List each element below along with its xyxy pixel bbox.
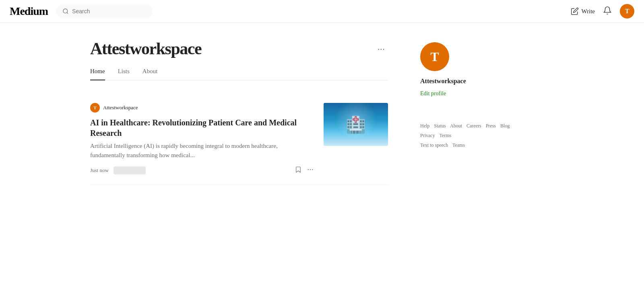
- article-image-inner: [324, 103, 388, 146]
- profile-options-button[interactable]: ···: [374, 42, 388, 56]
- footer-links: Help Status About Careers Press Blog Pri…: [420, 121, 525, 150]
- svg-point-0: [63, 9, 68, 13]
- article-title[interactable]: AI in Healthcare: Revolutionizing Patien…: [90, 117, 314, 138]
- article-meta-row: Just now: [90, 166, 314, 175]
- footer-link-about[interactable]: About: [450, 123, 462, 129]
- footer-link-help[interactable]: Help: [420, 123, 429, 129]
- article-excerpt: Artificial Intelligence (AI) is rapidly …: [90, 141, 314, 160]
- footer-row-1: Help Status About Careers Press Blog Pri…: [420, 121, 525, 140]
- search-input[interactable]: [72, 8, 146, 14]
- footer-link-careers[interactable]: Careers: [466, 123, 481, 129]
- footer-link-privacy[interactable]: Privacy: [420, 133, 435, 138]
- search-icon: [62, 8, 69, 14]
- main-layout: Attestworkspace ··· Home Lists About T A…: [80, 23, 564, 185]
- bookmark-button[interactable]: [295, 166, 302, 175]
- article-timestamp: Just now: [90, 167, 109, 174]
- content-area: Attestworkspace ··· Home Lists About T A…: [90, 39, 388, 185]
- footer-link-terms[interactable]: Terms: [439, 133, 451, 138]
- profile-title: Attestworkspace: [90, 39, 201, 58]
- sidebar-username: Attestworkspace: [420, 78, 525, 85]
- tab-home[interactable]: Home: [90, 68, 105, 80]
- tab-about[interactable]: About: [142, 68, 158, 80]
- svg-point-4: [312, 169, 313, 170]
- notifications-button[interactable]: [603, 6, 612, 16]
- article-tag-placeholder: [114, 166, 146, 174]
- profile-title-row: Attestworkspace ···: [90, 39, 388, 58]
- svg-point-2: [308, 169, 309, 170]
- user-avatar-button[interactable]: T: [620, 4, 634, 18]
- footer-link-teams[interactable]: Teams: [452, 142, 465, 148]
- article-meta-actions: [295, 166, 314, 175]
- tabs-nav: Home Lists About: [90, 68, 388, 80]
- article-more-button[interactable]: [307, 166, 314, 175]
- footer-link-tts[interactable]: Text to speech: [420, 142, 448, 148]
- article-author-row: T Attestworkspace: [90, 103, 314, 113]
- footer-link-press[interactable]: Press: [486, 123, 496, 129]
- header: Medium Write T: [0, 0, 644, 23]
- article-author-avatar: T: [90, 103, 100, 113]
- footer-link-blog[interactable]: Blog: [500, 123, 510, 129]
- sidebar: T Attestworkspace Edit profile Help Stat…: [420, 39, 525, 185]
- write-button[interactable]: Write: [571, 7, 595, 15]
- sidebar-avatar: T: [420, 42, 449, 71]
- header-right: Write T: [571, 4, 634, 18]
- edit-profile-link[interactable]: Edit profile: [420, 90, 446, 96]
- write-label: Write: [581, 8, 595, 15]
- article-thumbnail[interactable]: [324, 103, 388, 146]
- tab-lists[interactable]: Lists: [118, 68, 130, 80]
- svg-line-1: [67, 12, 68, 14]
- search-bar[interactable]: [56, 5, 153, 18]
- article-author-name: Attestworkspace: [103, 105, 138, 111]
- article-card: T Attestworkspace AI in Healthcare: Revo…: [90, 93, 388, 185]
- article-content: T Attestworkspace AI in Healthcare: Revo…: [90, 103, 314, 175]
- footer-link-status[interactable]: Status: [434, 123, 446, 129]
- write-icon: [571, 7, 579, 15]
- logo[interactable]: Medium: [10, 5, 48, 18]
- footer-row-2: Text to speech Teams: [420, 140, 525, 150]
- svg-point-3: [310, 169, 311, 170]
